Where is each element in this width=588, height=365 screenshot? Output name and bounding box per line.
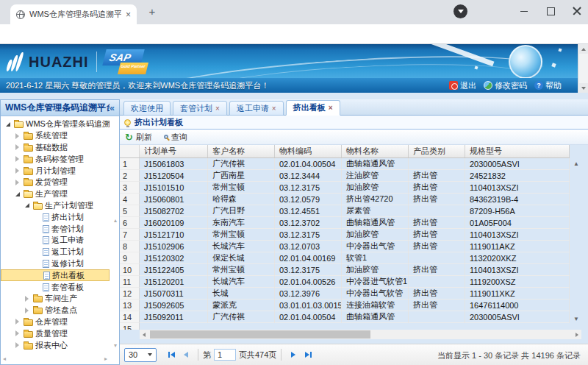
browser-tab[interactable]: WMS仓库管理条码追溯平台 × (10, 4, 137, 24)
welcome-bar: 2021-6-12 星期六 尊敬的管理员，欢迎来到WMS仓库管理条码追溯平台！ … (0, 78, 578, 93)
tree-node[interactable]: WMS仓库管理条码追溯系统 (1, 118, 110, 130)
tree-toggle-icon[interactable] (13, 168, 21, 174)
tree-node[interactable]: 生产管理 (1, 188, 110, 200)
table-row[interactable]: 8 J15102906 长城汽车 03.12.0703 中冷器出气管 挤出管 1… (120, 241, 570, 252)
content-tab[interactable]: 返工申请 × (229, 101, 284, 116)
cell-spec: 24521832 (465, 170, 570, 182)
help-button[interactable]: ? 帮助 (534, 80, 562, 91)
content-tab[interactable]: 套管计划 × (173, 101, 227, 116)
tree-scroll-down-icon[interactable]: ▾ (114, 343, 117, 349)
window-close-button[interactable] (566, 0, 588, 22)
tree-node[interactable]: 挤出计划 (1, 211, 110, 223)
grid-horizontal-scrollbar[interactable] (140, 330, 581, 339)
table-row[interactable]: 4 J15060801 哈得森 03.12.0579 挤出管42720 挤出管 … (120, 194, 570, 205)
tab-close-icon[interactable]: × (272, 104, 276, 113)
tree-toggle-icon[interactable] (23, 203, 31, 208)
first-page-button[interactable] (164, 347, 179, 362)
table-row[interactable]: 5 J15082702 广汽日野 03.12.4551 尿素管 87209-H5… (120, 205, 570, 217)
table-row[interactable]: 1 J15061803 广汽传祺 02.01.04.00504 曲轴箱通风管 2… (120, 158, 570, 170)
tab-close-icon[interactable]: × (329, 104, 333, 112)
refresh-label: 刷新 (136, 132, 152, 143)
tree-toggle-icon[interactable] (13, 192, 21, 196)
grid-scroll-up-icon[interactable]: ▲ (573, 160, 579, 167)
grid-header-spec[interactable]: 规格型号 (465, 145, 570, 157)
tree-node[interactable]: 发货管理 (1, 177, 110, 188)
tree-node[interactable]: 管坯盘点 (1, 305, 110, 316)
change-password-button[interactable]: 修改密码 (484, 80, 527, 91)
grid-header-customer[interactable]: 客户名称 (208, 145, 275, 157)
tree-node[interactable]: 质量管理 (1, 327, 110, 339)
tree-node[interactable]: 报表中心 (1, 339, 110, 351)
table-row[interactable]: 6 J16020109 东南汽车 03.12.3702 曲轴箱通风管 挤出管 0… (120, 217, 570, 229)
tree-node[interactable]: 条码标签管理 (1, 153, 110, 165)
table-row[interactable]: 7 J15121710 常州宝顿 03.12.3175 加油胶管 挤出管 110… (120, 229, 570, 241)
tree-toggle-icon[interactable] (23, 308, 31, 313)
scroll-down-icon[interactable] (579, 83, 588, 93)
tree-toggle-icon[interactable] (23, 296, 31, 302)
tree-node[interactable]: 月计划管理 (1, 165, 110, 177)
tree-scroll-left-icon[interactable]: ◂ (3, 356, 6, 362)
scroll-up-icon[interactable] (579, 44, 588, 54)
table-row[interactable]: 11 J15120201 长城汽车 02.01.04.00526 中冷器进气软管… (120, 276, 570, 288)
tree-node[interactable]: 仓库管理 (1, 316, 110, 328)
tree-toggle-icon[interactable] (13, 319, 21, 325)
grid-header-product-type[interactable]: 产品类别 (409, 145, 465, 157)
table-row[interactable]: 13 J15092605 蒙派克 03.01.01.03.00152 连接油箱软… (120, 300, 570, 311)
query-button[interactable]: 查询 (164, 132, 187, 143)
tree-node[interactable]: 生产计划管理 (1, 200, 110, 212)
prev-page-button[interactable] (179, 347, 193, 362)
table-row-partial[interactable]: 15 (120, 323, 140, 330)
tree-toggle-icon[interactable] (4, 122, 12, 127)
scroll-right-icon[interactable] (573, 330, 581, 339)
tree-toggle-icon[interactable] (13, 180, 21, 185)
tree-node[interactable]: 返工申请 (1, 235, 110, 247)
logout-button[interactable]: 退出 (449, 80, 476, 91)
last-page-button[interactable] (301, 347, 315, 362)
page-number-input[interactable]: 1 (214, 349, 236, 361)
tree-node[interactable]: 车间生产 (1, 293, 110, 305)
tree-toggle-icon[interactable] (13, 156, 21, 162)
tree-node[interactable]: 基础数据 (1, 142, 110, 154)
tree-toggle-icon[interactable] (13, 144, 21, 150)
tree-node-icon (33, 296, 43, 302)
scrollbar-thumb[interactable] (150, 330, 370, 339)
tree-scroll-right-icon[interactable]: ▸ (104, 356, 107, 362)
tree-node[interactable]: 套管看板 (1, 281, 110, 293)
table-row[interactable]: 14 J15092011 广汽传祺 02.01.04.00504 曲轴箱通风管 … (120, 311, 570, 323)
grid-scroll-down-icon[interactable]: ▼ (573, 316, 579, 322)
tree-node[interactable]: 系统管理 (1, 130, 110, 142)
refresh-button[interactable]: ↻ 刷新 (125, 132, 152, 143)
scroll-left-icon[interactable] (140, 330, 148, 339)
tree-toggle-icon[interactable] (13, 330, 21, 336)
tree-toggle-icon[interactable] (13, 342, 21, 348)
window-maximize-button[interactable] (539, 0, 562, 22)
grid-header-material-name[interactable]: 物料名称 (342, 145, 409, 157)
next-page-button[interactable] (286, 347, 301, 362)
sidebar-collapse-icon[interactable]: « (110, 103, 115, 113)
cell-product-type: 挤出管 (409, 194, 465, 205)
page-size-select[interactable]: 30 (124, 348, 157, 362)
tab-close-icon[interactable]: × (215, 104, 220, 113)
grid-header-material-code[interactable]: 物料编码 (275, 145, 342, 157)
browser-profile-icon[interactable] (453, 4, 467, 18)
table-row[interactable]: 3 J15101510 常州宝顿 03.12.3175 加油胶管 挤出管 110… (120, 182, 570, 194)
page-scrollbar[interactable] (578, 44, 588, 93)
tree-node[interactable]: 返修计划 (1, 258, 110, 270)
table-row[interactable]: 10 J15122405 常州宝顿 03.12.3175 加油胶管 挤出管 11… (120, 264, 570, 276)
tree-node[interactable]: 返工计划 (1, 247, 110, 258)
tree-scroll-up-icon[interactable]: ▴ (114, 218, 117, 224)
window-minimize-button[interactable] (513, 0, 535, 22)
tree-toggle-icon[interactable] (13, 133, 21, 139)
table-row[interactable]: 2 J15120504 广西南星 03.12.3444 注油胶管 挤出管 245… (120, 170, 570, 182)
tab-close-icon[interactable]: × (126, 10, 131, 20)
tree-node[interactable]: 套管计划 (1, 223, 110, 235)
grid-header-plan-no[interactable]: 计划单号 (140, 145, 208, 157)
table-row[interactable]: 12 J15070311 长城 03.12.3976 中冷器出气软管 挤出管 1… (120, 288, 570, 300)
tree-node[interactable]: 挤出看板 (1, 269, 110, 281)
cell-plan-no: J15120504 (140, 170, 208, 182)
content-tab[interactable]: 欢迎使用 (123, 101, 171, 116)
tree-node-label: WMS仓库管理条码追溯系统 (26, 118, 110, 130)
new-tab-button[interactable]: + (146, 6, 159, 19)
content-tab[interactable]: 挤出看板 × (286, 100, 340, 116)
table-row[interactable]: 9 J15120302 保定长城 02.01.04.00169 软管1 1132… (120, 252, 570, 264)
